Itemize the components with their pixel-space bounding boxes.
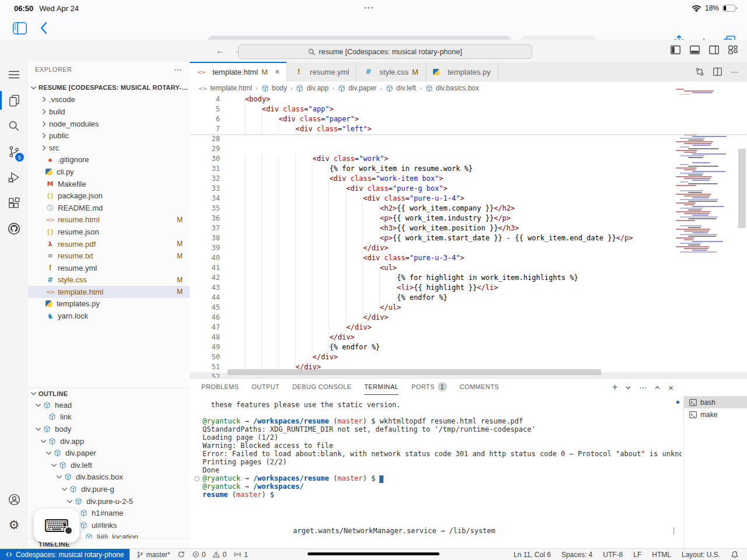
ports-status[interactable]: 1 — [233, 551, 248, 559]
close-panel-icon[interactable]: × — [668, 383, 673, 393]
more-actions-icon[interactable]: ⋯ — [174, 65, 183, 74]
breadcrumb-item[interactable]: body — [261, 84, 287, 92]
file-item[interactable]: ≡resume.txtM — [28, 250, 190, 262]
breadcrumb-item[interactable]: div.basics.box — [425, 84, 479, 92]
maximize-panel-icon[interactable] — [655, 386, 660, 390]
folder-item[interactable]: build — [28, 106, 190, 118]
floating-keyboard-button[interactable]: ⌨ — [34, 509, 79, 542]
activitybar-account[interactable] — [0, 487, 28, 512]
activitybar-explorer[interactable] — [0, 88, 28, 113]
panel-tab-debug-console[interactable]: DEBUG CONSOLE — [292, 379, 351, 395]
tab-templates.py[interactable]: templates.py — [426, 62, 498, 82]
activitybar-extensions[interactable] — [0, 190, 28, 216]
back-icon[interactable] — [40, 22, 47, 34]
horizontal-scrollbar[interactable] — [228, 369, 601, 375]
outline-header[interactable]: OUTLINE — [28, 387, 190, 399]
breadcrumb-item[interactable]: div.left — [386, 84, 416, 92]
outline-item[interactable]: div.basics.box — [28, 471, 190, 484]
outline-item[interactable]: div.paper — [28, 447, 190, 459]
remote-indicator[interactable]: Codespaces: musical rotary-phone — [0, 549, 130, 560]
breadcrumb-item[interactable]: div.app — [296, 84, 329, 92]
breadcrumb-item[interactable]: div.paper — [338, 84, 376, 92]
sync-button[interactable] — [177, 551, 185, 558]
terminal-session-make[interactable]: make — [684, 408, 747, 421]
folder-item[interactable]: public — [28, 130, 190, 142]
explorer-root-folder[interactable]: RESUME [CODESPACES: MUSICAL ROTARY-PH... — [28, 82, 190, 94]
toggle-panel-icon[interactable] — [690, 46, 700, 54]
cursor-position[interactable]: Ln 11, Col 6 — [514, 551, 551, 559]
activitybar-settings[interactable]: ⚙ — [0, 512, 28, 538]
problems-status[interactable]: 0 0 — [192, 551, 226, 559]
file-item[interactable]: {}package.json — [28, 190, 190, 202]
file-item[interactable]: cli.py — [28, 166, 190, 178]
encoding[interactable]: UTF-8 — [603, 551, 623, 559]
new-terminal-icon[interactable]: + — [612, 382, 617, 393]
terminal-dropdown-icon[interactable] — [626, 386, 631, 390]
outline-item[interactable]: link — [28, 411, 190, 424]
breadcrumb[interactable]: <>template.html›body›div.app›div.paper›d… — [190, 82, 747, 94]
panel-tab-output[interactable]: OUTPUT — [252, 379, 280, 395]
language-mode[interactable]: HTML — [652, 551, 671, 559]
file-item[interactable]: {}resume.json — [28, 226, 190, 238]
branch-status[interactable]: master* — [137, 551, 170, 559]
vertical-scrollbar[interactable] — [738, 149, 746, 228]
tab-close-icon[interactable]: × — [275, 67, 280, 76]
outline-item[interactable]: div.app — [28, 435, 190, 447]
folder-item[interactable]: node_modules — [28, 118, 190, 130]
panel-tab-comments[interactable]: COMMENTS — [460, 379, 499, 395]
symbol-cube-icon — [48, 438, 56, 445]
outline-item[interactable]: div.pure-g — [28, 483, 190, 495]
tab-resume.yml[interactable]: !resume.yml — [287, 62, 357, 82]
explorer-sidebar: EXPLORER ⋯ RESUME [CODESPACES: MUSICAL R… — [28, 62, 190, 548]
outline-item[interactable]: div.left — [28, 459, 190, 471]
terminal-output[interactable]: these features please use the static ver… — [190, 395, 682, 549]
file-item[interactable]: ⓘREADME.md — [28, 202, 190, 214]
file-item[interactable]: λresume.pdfM — [28, 238, 190, 250]
customize-layout-icon[interactable] — [728, 46, 738, 54]
file-item[interactable]: MMakefile — [28, 178, 190, 190]
file-item[interactable]: #style.cssM — [28, 274, 190, 286]
split-editor-icon[interactable] — [713, 68, 722, 76]
panel-more-icon[interactable]: ⋯ — [639, 383, 647, 392]
multitask-dots-icon[interactable]: ••• — [364, 4, 375, 11]
toggle-secondary-sidebar-icon[interactable] — [709, 46, 719, 54]
code-editor[interactable]: 282930<div class="work">31{% for work_it… — [190, 134, 747, 378]
panel-tab-problems[interactable]: PROBLEMS — [201, 379, 239, 395]
outline-item[interactable]: div.pure-u-2-5 — [28, 495, 190, 508]
activitybar-run-debug[interactable] — [0, 164, 28, 190]
panel-tab-ports[interactable]: PORTS1 — [411, 379, 447, 395]
file-item[interactable]: <>resume.htmlM — [28, 214, 190, 226]
outline-item[interactable]: body — [28, 423, 190, 435]
panel-tab-terminal[interactable]: TERMINAL — [364, 379, 399, 395]
toggle-sidebar-icon[interactable] — [671, 46, 680, 54]
editor-more-icon[interactable]: ⋯ — [731, 67, 739, 76]
file-item[interactable]: <>template.htmlM — [28, 286, 190, 298]
folder-item[interactable]: .vscode — [28, 94, 190, 106]
indentation[interactable]: Spaces: 4 — [561, 551, 592, 559]
file-item[interactable]: ♞yarn.lock — [28, 310, 190, 322]
file-item[interactable]: !resume.yml — [28, 262, 190, 274]
eol-sequence[interactable]: LF — [633, 551, 641, 559]
history-back-icon[interactable]: ← — [216, 46, 225, 55]
folder-item[interactable]: src — [28, 142, 190, 154]
minimap-line — [672, 159, 734, 160]
file-item[interactable]: ◆.gitignore — [28, 154, 190, 166]
activitybar-search[interactable] — [0, 113, 28, 139]
minimap-line — [680, 173, 704, 174]
safari-sidebar-icon[interactable] — [13, 22, 27, 34]
tab-style.css[interactable]: #style.cssM — [357, 62, 426, 82]
home-indicator[interactable] — [308, 552, 439, 555]
outline-item[interactable]: head — [28, 399, 190, 411]
activitybar-source-control[interactable]: 5 — [0, 139, 28, 164]
file-item[interactable]: templates.py — [28, 298, 190, 310]
open-changes-icon[interactable] — [695, 67, 704, 76]
activitybar-github[interactable] — [0, 216, 28, 242]
tab-template.html[interactable]: <>template.htmlM× — [190, 62, 287, 82]
terminal-session-bash[interactable]: bash — [684, 396, 747, 408]
ports-badge: 1 — [438, 382, 447, 391]
breadcrumb-item[interactable]: <>template.html — [198, 84, 252, 92]
keyboard-layout[interactable]: Layout: U.S. — [682, 551, 720, 559]
notifications-bell-icon[interactable] — [731, 551, 739, 559]
command-center-search[interactable]: resume [Codespaces: musical rotary-phone… — [238, 44, 532, 59]
activitybar-menu-icon[interactable] — [0, 62, 28, 88]
